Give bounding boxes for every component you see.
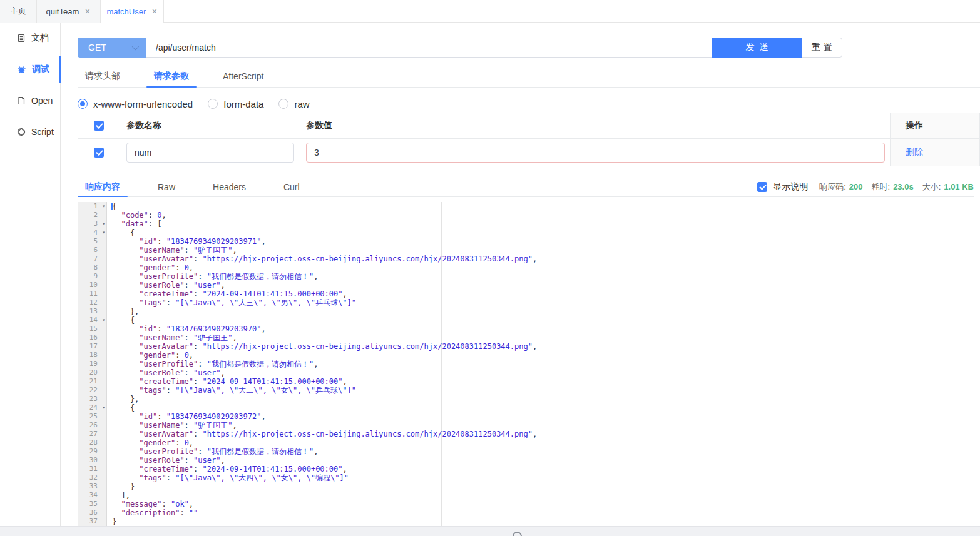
fold-arrow-icon[interactable]: ▾: [102, 316, 105, 325]
sidebar-item-open[interactable]: Open: [0, 85, 60, 116]
close-icon[interactable]: ✕: [84, 8, 90, 16]
code-line: 19 "userProfile": "我们都是假数据，请勿相信！",: [78, 360, 980, 368]
code-line: 28 "gender": 0,: [78, 438, 980, 447]
line-number: 37: [78, 517, 107, 526]
main-panel: GET 发送 重置 请求头部 请求参数 AfterScript x-www-fo…: [61, 23, 980, 526]
line-number: 2: [78, 211, 107, 220]
reset-button[interactable]: 重置: [802, 38, 842, 58]
line-number: 22: [78, 386, 107, 395]
delete-link[interactable]: 删除: [906, 147, 923, 158]
code-line: 30 "userRole": "user",: [78, 456, 980, 465]
sidebar-item-label: Open: [31, 96, 53, 106]
line-number: 3▾: [78, 220, 107, 228]
fold-arrow-icon[interactable]: ▾: [102, 202, 105, 211]
code-line: 17 "userAvatar": "https://hjx-project.os…: [78, 342, 980, 351]
sidebar-item-docs[interactable]: 文档: [0, 23, 60, 54]
radio-x-www-form-urlencoded[interactable]: x-www-form-urlencoded: [78, 99, 193, 109]
response-tabs: 响应内容 Raw Headers Curl: [78, 177, 330, 196]
params-table: 参数名称 参数值 操作 删除: [78, 113, 980, 166]
line-number: 30: [78, 456, 107, 465]
tab-response-headers[interactable]: Headers: [205, 177, 253, 196]
tab-response-raw[interactable]: Raw: [150, 177, 183, 196]
sidebar: 文档 调试 Open Script: [0, 23, 61, 526]
radio-form-data[interactable]: form-data: [208, 99, 263, 109]
file-icon: [17, 96, 26, 105]
fold-arrow-icon[interactable]: ▾: [102, 228, 105, 237]
send-button[interactable]: 发送: [712, 38, 802, 58]
fold-arrow-icon[interactable]: ▾: [102, 220, 105, 228]
code-line: 21 "createTime": "2024-09-14T01:41:15.00…: [78, 377, 980, 386]
tab-request-headers[interactable]: 请求头部: [78, 65, 128, 87]
line-number: 25: [78, 412, 107, 421]
elapsed-label: 耗时:: [872, 181, 891, 193]
code-line: 33 }: [78, 482, 980, 491]
document-icon: [17, 34, 26, 43]
line-number: 36: [78, 508, 107, 517]
tab-response-content[interactable]: 响应内容: [78, 177, 128, 196]
line-number: 17: [78, 342, 107, 351]
close-icon[interactable]: ✕: [151, 8, 157, 16]
window-tab-label: matchUser: [106, 7, 146, 16]
code-line: 5 "id": "1834769349029203971",: [78, 237, 980, 246]
code-line: 8 "gender": 0,: [78, 263, 980, 272]
code-editor[interactable]: 1▾{2 "code": 0,3▾ "data": [4▾ {5 "id": "…: [78, 202, 980, 526]
show-description-checkbox[interactable]: [757, 182, 767, 192]
code-line: 6 "userName": "驴子国王",: [78, 246, 980, 255]
line-number: 20: [78, 368, 107, 377]
window-tab-home[interactable]: 主页: [0, 0, 37, 23]
line-number: 31: [78, 465, 107, 473]
window-tab-quitteam[interactable]: quitTeam ✕: [37, 0, 100, 23]
code-line: 4▾ {: [78, 228, 980, 237]
code-line: 3▾ "data": [: [78, 220, 980, 228]
bug-icon: [17, 65, 26, 74]
sidebar-item-script[interactable]: Script: [0, 116, 60, 148]
code-line: 29 "userProfile": "我们都是假数据，请勿相信！",: [78, 447, 980, 456]
size-value: 1.01 KB: [944, 182, 974, 191]
radio-label: raw: [294, 99, 309, 109]
code-line: 26 "userName": "驴子国王",: [78, 421, 980, 430]
row-checkbox[interactable]: [94, 148, 104, 158]
sidebar-item-debug[interactable]: 调试: [0, 54, 60, 85]
code-line: 12 "tags": "[\"Java\", \"大三\", \"男\", \"…: [78, 298, 980, 307]
column-header-name: 参数名称: [120, 113, 300, 138]
line-number: 11: [78, 290, 107, 298]
code-line: 15 "id": "1834769349029203970",: [78, 325, 980, 333]
code-line: 11 "createTime": "2024-09-14T01:41:15.00…: [78, 290, 980, 298]
radio-label: form-data: [223, 99, 263, 109]
url-input[interactable]: [146, 38, 712, 58]
tab-request-params[interactable]: 请求参数: [146, 65, 197, 87]
response-meta: 显示说明 响应码: 200 耗时: 23.0s 大小: 1.01 KB: [757, 177, 974, 196]
code-line: 14▾ {: [78, 316, 980, 325]
radio-label: x-www-form-urlencoded: [93, 99, 193, 109]
line-number: 14▾: [78, 316, 107, 325]
radio-icon: [278, 99, 288, 109]
param-name-input[interactable]: [126, 143, 294, 163]
line-number: 13: [78, 307, 107, 316]
window-tab-label: 主页: [10, 6, 26, 17]
radio-raw[interactable]: raw: [278, 99, 309, 109]
size-label: 大小:: [922, 181, 941, 193]
fold-arrow-icon[interactable]: ▾: [102, 403, 105, 412]
window-tab-matchuser[interactable]: matchUser ✕: [100, 0, 164, 23]
param-value-input[interactable]: [306, 143, 885, 163]
line-number: 35: [78, 500, 107, 508]
line-number: 12: [78, 298, 107, 307]
footer-widget-icon[interactable]: [513, 532, 522, 536]
code-line: 25 "id": "1834769349029203972",: [78, 412, 980, 421]
code-line: 18 "gender": 0,: [78, 351, 980, 360]
tab-afterscript[interactable]: AfterScript: [215, 65, 271, 87]
request-url-row: GET 发送 重置: [78, 38, 842, 58]
sidebar-item-label: 文档: [31, 33, 49, 44]
line-number: 7: [78, 255, 107, 263]
line-number: 28: [78, 438, 107, 447]
line-number: 29: [78, 447, 107, 456]
tab-response-curl[interactable]: Curl: [276, 177, 307, 196]
chevron-down-icon: [132, 43, 139, 50]
elapsed-value: 23.0s: [893, 182, 914, 191]
line-number: 5: [78, 237, 107, 246]
code-line: 37}: [78, 517, 980, 526]
code-line: 13 },: [78, 307, 980, 316]
code-line: 16 "userName": "驴子国王",: [78, 333, 980, 342]
select-all-checkbox[interactable]: [94, 121, 104, 131]
method-select[interactable]: GET: [78, 38, 146, 58]
